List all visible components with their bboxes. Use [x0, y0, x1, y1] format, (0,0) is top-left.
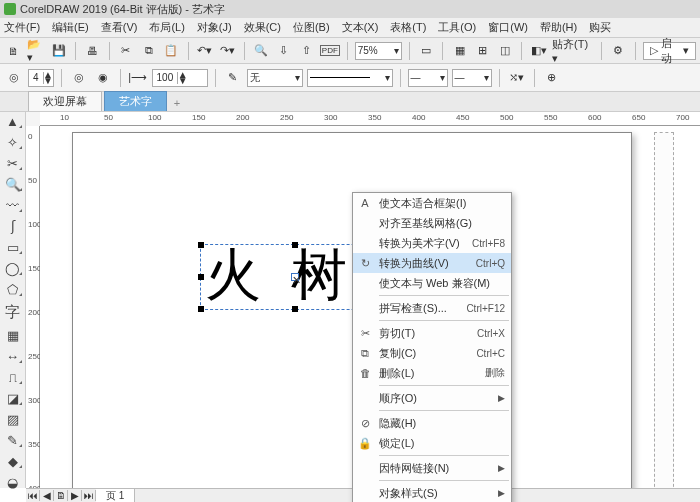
- copy-button[interactable]: ⧉: [139, 41, 158, 61]
- menu-layout[interactable]: 布局(L): [149, 20, 184, 35]
- separator: [442, 42, 443, 60]
- expansion-input[interactable]: 100▲▼: [152, 69, 208, 87]
- tab-welcome[interactable]: 欢迎屏幕: [28, 91, 102, 111]
- paste-button[interactable]: 📋: [162, 41, 181, 61]
- menu-object[interactable]: 对象(J): [197, 20, 232, 35]
- horizontal-ruler[interactable]: 1050100150200250300350400450500550600650…: [40, 112, 700, 126]
- spiral-turns-input[interactable]: 4▲▼: [28, 69, 54, 87]
- redo-button[interactable]: ↷▾: [218, 41, 237, 61]
- outline-width-select[interactable]: 无▾: [247, 69, 303, 87]
- pager-prev-button[interactable]: ◀: [40, 490, 54, 501]
- cut-button[interactable]: ✂: [117, 41, 136, 61]
- open-button[interactable]: 📂▾: [27, 41, 46, 61]
- menu-item[interactable]: 因特网链接(N)▶: [353, 458, 511, 478]
- menu-item-shortcut: Ctrl+F12: [466, 303, 505, 314]
- pager-last-button[interactable]: ⏭: [82, 490, 96, 501]
- handle-bottom-center[interactable]: [292, 306, 298, 312]
- menu-window[interactable]: 窗口(W): [488, 20, 528, 35]
- pick-tool[interactable]: ▲: [3, 114, 23, 129]
- menu-item-label: 使文本与 Web 兼容(M): [377, 276, 505, 291]
- page-tab-1[interactable]: 页 1: [96, 489, 135, 503]
- pager-first-button[interactable]: ⏮: [26, 490, 40, 501]
- fullscreen-button[interactable]: ▭: [417, 41, 436, 61]
- ruler-tick: 500: [500, 113, 513, 122]
- ruler-tick: 50: [28, 176, 37, 185]
- handle-top-center[interactable]: [292, 242, 298, 248]
- polygon-tool[interactable]: ⬠: [3, 282, 23, 297]
- start-arrow-select[interactable]: —▾: [408, 69, 448, 87]
- tab-add-button[interactable]: +: [169, 95, 185, 111]
- dimension-tool[interactable]: ↔: [3, 349, 23, 364]
- menu-item[interactable]: 🗑删除(L)删除: [353, 363, 511, 383]
- menu-item[interactable]: 对齐至基线网格(G): [353, 213, 511, 233]
- zoom-select[interactable]: 75%▾: [355, 42, 402, 60]
- zoom-tool[interactable]: 🔍: [3, 177, 23, 192]
- menu-help[interactable]: 帮助(H): [540, 20, 577, 35]
- dropshadow-tool[interactable]: ◪: [3, 391, 23, 406]
- line-style-select[interactable]: ▾: [307, 69, 393, 87]
- selection-center-icon[interactable]: ✕: [291, 273, 299, 281]
- pdf-button[interactable]: PDF: [320, 41, 340, 61]
- guides-button[interactable]: ◫: [496, 41, 515, 61]
- snap-dropdown[interactable]: 贴齐(T) ▾: [552, 37, 594, 65]
- save-button[interactable]: 💾: [49, 41, 68, 61]
- handle-mid-left[interactable]: [198, 274, 204, 280]
- pager-add-button[interactable]: 🗎: [54, 490, 68, 501]
- menu-buy[interactable]: 购买: [589, 20, 611, 35]
- end-arrow-select[interactable]: —▾: [452, 69, 492, 87]
- undo-button[interactable]: ↶▾: [196, 41, 215, 61]
- pager-next-button[interactable]: ▶: [68, 490, 82, 501]
- print-button[interactable]: 🖶: [83, 41, 102, 61]
- sym-spiral-button[interactable]: ◎: [69, 68, 89, 88]
- eyedropper-tool[interactable]: ✎: [3, 433, 23, 448]
- text-tool[interactable]: 字: [3, 303, 23, 322]
- menu-text[interactable]: 文本(X): [342, 20, 379, 35]
- log-spiral-button[interactable]: ◉: [93, 68, 113, 88]
- ellipse-tool[interactable]: ◯: [3, 261, 23, 276]
- quick-custom-button[interactable]: ⊕: [542, 68, 562, 88]
- menu-bitmap[interactable]: 位图(B): [293, 20, 330, 35]
- dock-button[interactable]: ◧▾: [529, 41, 548, 61]
- menu-table[interactable]: 表格(T): [390, 20, 426, 35]
- menu-item[interactable]: 转换为美术字(V)Ctrl+F8: [353, 233, 511, 253]
- options-button[interactable]: ⚙: [609, 41, 628, 61]
- menu-item[interactable]: ↻转换为曲线(V)Ctrl+Q: [353, 253, 511, 273]
- artistic-media-tool[interactable]: ʃ: [3, 219, 23, 234]
- menu-view[interactable]: 查看(V): [101, 20, 138, 35]
- shape-tool[interactable]: ✧: [3, 135, 23, 150]
- smart-fill-tool[interactable]: ◒: [3, 475, 23, 490]
- ruler-button[interactable]: ▦: [450, 41, 469, 61]
- rectangle-tool[interactable]: ▭: [3, 240, 23, 255]
- search-button[interactable]: 🔍: [252, 41, 271, 61]
- menu-item[interactable]: 顺序(O)▶: [353, 388, 511, 408]
- menu-item[interactable]: ✂剪切(T)Ctrl+X: [353, 323, 511, 343]
- tab-artistic[interactable]: 艺术字: [104, 91, 167, 111]
- import-button[interactable]: ⇩: [274, 41, 293, 61]
- connector-tool[interactable]: ⎍: [3, 370, 23, 385]
- snap-label: 贴齐(T): [552, 38, 588, 50]
- handle-top-left[interactable]: [198, 242, 204, 248]
- launch-button[interactable]: ▷ 启动 ▾: [643, 42, 696, 60]
- crop-tool[interactable]: ✂: [3, 156, 23, 171]
- menu-item[interactable]: 🔒锁定(L): [353, 433, 511, 453]
- menu-item[interactable]: 对象样式(S)▶: [353, 483, 511, 502]
- handle-bottom-left[interactable]: [198, 306, 204, 312]
- menu-effects[interactable]: 效果(C): [244, 20, 281, 35]
- menu-tools[interactable]: 工具(O): [438, 20, 476, 35]
- grid-button[interactable]: ⊞: [473, 41, 492, 61]
- menu-item[interactable]: 使文本与 Web 兼容(M): [353, 273, 511, 293]
- new-button[interactable]: 🗎: [4, 41, 23, 61]
- menu-file[interactable]: 文件(F): [4, 20, 40, 35]
- menu-item[interactable]: ⊘隐藏(H): [353, 413, 511, 433]
- menu-item[interactable]: 拼写检查(S)...Ctrl+F12: [353, 298, 511, 318]
- menu-edit[interactable]: 编辑(E): [52, 20, 89, 35]
- export-button[interactable]: ⇧: [297, 41, 316, 61]
- table-tool[interactable]: ▦: [3, 328, 23, 343]
- transparency-tool[interactable]: ▨: [3, 412, 23, 427]
- interactive-fill-tool[interactable]: ◆: [3, 454, 23, 469]
- wrap-button[interactable]: ⤭▾: [507, 68, 527, 88]
- menu-item[interactable]: A使文本适合框架(I): [353, 193, 511, 213]
- freehand-tool[interactable]: 〰: [3, 198, 23, 213]
- vertical-ruler[interactable]: 050100150200250300350400: [26, 126, 40, 488]
- menu-item[interactable]: ⧉复制(C)Ctrl+C: [353, 343, 511, 363]
